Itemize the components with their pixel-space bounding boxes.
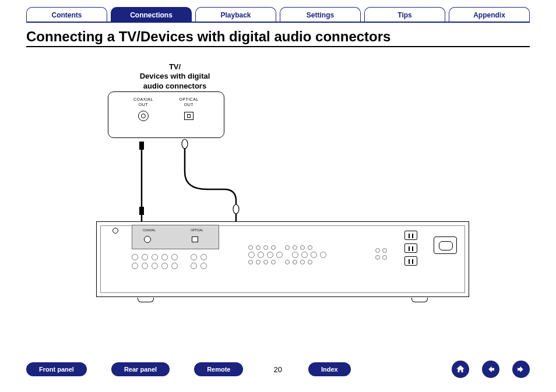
tab-settings[interactable]: Settings	[280, 7, 361, 22]
device-label-line2: Devices with digital	[140, 72, 210, 80]
home-icon	[455, 364, 466, 375]
arrow-left-icon	[485, 364, 496, 375]
home-button[interactable]	[452, 361, 469, 378]
front-panel-button[interactable]: Front panel	[26, 362, 87, 376]
page-number: 20	[273, 365, 281, 374]
tab-tips[interactable]: Tips	[364, 7, 445, 22]
amp-foot-right	[411, 298, 428, 302]
ac-outlet-icon	[404, 231, 417, 240]
amp-ac-section	[404, 231, 457, 283]
device-label-line1: TV/	[169, 62, 181, 71]
svg-rect-0	[139, 142, 144, 150]
optical-label-1: OPTICAL	[168, 97, 209, 102]
amp-digital-inputs: COAXIAL OPTICAL	[132, 225, 219, 249]
top-tab-nav: Contents Connections Playback Settings T…	[0, 0, 556, 22]
coaxial-out-port: COAXIAL OUT	[123, 97, 164, 121]
connection-diagram: TV/ Devices with digital audio connector…	[26, 55, 530, 312]
bottom-nav: Front panel Rear panel Remote 20 Index	[0, 361, 556, 378]
tab-contents[interactable]: Contents	[26, 7, 107, 22]
amp-speaker-terminals	[248, 245, 326, 266]
amp-foot-left	[138, 298, 154, 302]
optical-label-2: OUT	[168, 102, 209, 107]
tv-device-box: COAXIAL OUT OPTICAL OUT	[108, 91, 224, 138]
arrow-right-icon	[516, 364, 526, 375]
svg-rect-2	[139, 207, 144, 215]
amp-coaxial-label: COAXIAL	[143, 228, 156, 232]
svg-point-5	[233, 204, 239, 214]
coaxial-jack-icon	[138, 111, 149, 121]
tab-playback[interactable]: Playback	[195, 7, 276, 22]
amp-coaxial-jack-icon	[144, 236, 151, 243]
optical-jack-icon	[184, 112, 193, 120]
tab-underline	[26, 22, 530, 23]
next-page-button[interactable]	[512, 361, 530, 378]
page-title: Connecting a TV/Devices with digital aud…	[26, 29, 530, 47]
prev-page-button[interactable]	[482, 361, 499, 378]
tab-appendix[interactable]: Appendix	[449, 7, 530, 22]
index-button[interactable]: Index	[308, 362, 351, 376]
amp-optical-jack-icon	[192, 236, 198, 242]
svg-point-4	[182, 139, 188, 149]
coaxial-label-1: COAXIAL	[123, 97, 164, 102]
remote-button[interactable]: Remote	[194, 362, 243, 376]
amplifier-rear-panel: COAXIAL OPTICAL	[96, 221, 469, 297]
amp-preout	[375, 248, 387, 260]
coaxial-label-2: OUT	[123, 102, 164, 107]
amp-analog-inputs	[132, 254, 207, 269]
device-label: TV/ Devices with digital audio connector…	[111, 62, 239, 91]
rear-panel-button[interactable]: Rear panel	[111, 362, 170, 376]
ground-terminal	[111, 228, 120, 242]
ac-inlet-icon	[434, 236, 457, 254]
ac-outlet-icon	[404, 256, 417, 266]
device-label-line3: audio connectors	[143, 82, 206, 90]
optical-out-port: OPTICAL OUT	[168, 97, 209, 120]
tab-connections[interactable]: Connections	[111, 7, 192, 22]
ac-outlet-icon	[404, 243, 417, 253]
amp-optical-label: OPTICAL	[191, 228, 203, 232]
